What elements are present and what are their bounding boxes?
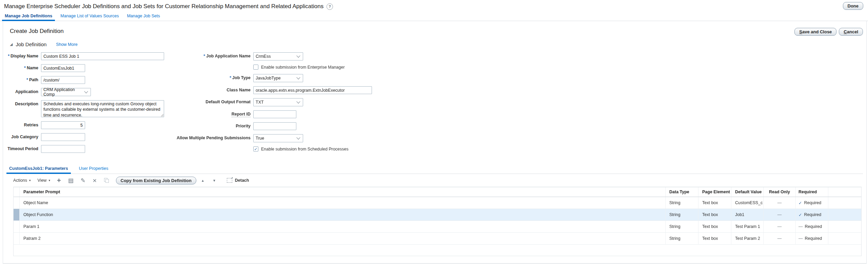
enable-enterprise-manager-checkbox[interactable] (253, 65, 258, 70)
move-up-icon[interactable]: ▲ (201, 179, 204, 182)
done-button[interactable]: Done (843, 2, 864, 10)
cell-parameter-prompt: Param 1 (19, 221, 665, 232)
job-type-select[interactable]: JavaJobType (253, 74, 303, 82)
enable-scheduled-processes-label: Enable submission from Scheduled Process… (261, 147, 349, 152)
table-row[interactable]: Param 1 String Text box Test Param 1 — —… (14, 221, 861, 233)
enable-scheduled-processes-checkbox[interactable]: ✓ (253, 146, 258, 152)
column-header-required[interactable]: Required (795, 187, 828, 197)
table-row[interactable]: Object Name String Text box CustomESS_c … (14, 197, 861, 209)
column-header-page-element[interactable]: Page Element (698, 187, 731, 197)
default-output-format-select-value: TXT (256, 100, 264, 105)
cell-page-element: Text box (698, 197, 731, 209)
move-down-icon[interactable]: ▼ (213, 179, 216, 182)
table-row[interactable]: Patram 2 String Text box Test Param 2 — … (14, 233, 861, 245)
cell-default-value: Test Param 2 (731, 233, 763, 244)
tab-manage-job-sets[interactable]: Manage Job Sets (125, 13, 161, 21)
required-text: Required (805, 224, 822, 229)
cell-read-only: — (763, 197, 795, 209)
chevron-down-icon (296, 75, 300, 79)
region-header: Create Job Definition Save and Close Can… (3, 21, 866, 36)
cell-page-element: Text box (698, 233, 731, 244)
column-header-read-only[interactable]: Read Only (763, 187, 795, 197)
report-id-label: Report ID (165, 110, 251, 117)
retries-field[interactable] (41, 121, 85, 129)
cell-data-type: String (665, 209, 698, 220)
cell-required: — Required (795, 233, 828, 244)
help-icon[interactable]: ? (327, 3, 333, 10)
path-field[interactable] (41, 76, 85, 84)
chevron-down-icon (296, 100, 300, 103)
display-name-field[interactable] (41, 52, 164, 60)
chevron-down-icon (296, 54, 300, 57)
job-category-label: Job Category (3, 133, 38, 139)
cell-data-type: String (665, 233, 698, 244)
tab-parameters[interactable]: CustomEssJob1: Parameters (6, 165, 71, 174)
default-output-format-select[interactable]: TXT (253, 98, 303, 106)
tab-manage-job-definitions[interactable]: Manage Job Definitions (3, 13, 54, 21)
view-menu[interactable]: View ▾ (38, 178, 50, 183)
cell-required: — Required (795, 221, 828, 232)
priority-field[interactable] (253, 122, 296, 130)
detach-icon (227, 178, 232, 183)
name-field[interactable] (41, 64, 85, 72)
cell-default-value: CustomESS_c (731, 197, 763, 209)
form-column-right: *Job Application Name CrmEss Enable subm… (165, 52, 372, 157)
description-field[interactable]: Schedules and executes long-running cust… (41, 100, 164, 117)
report-id-field[interactable] (253, 110, 296, 118)
detach-button[interactable]: Detach (227, 178, 249, 183)
tab-user-properties[interactable]: User Properties (76, 165, 111, 174)
column-header-parameter-prompt[interactable]: Parameter Prompt (19, 187, 665, 197)
edit-icon[interactable]: ✎ (81, 178, 85, 183)
cell-default-value: Job1 (731, 209, 763, 220)
copy-from-existing-job-definition-button[interactable]: Copy from Existing Job Definition (116, 177, 196, 184)
title-bar: Manage Enterprise Scheduler Job Definiti… (0, 0, 868, 12)
region-title: Create Job Definition (10, 28, 64, 35)
timeout-period-field[interactable] (41, 145, 85, 153)
menu-caret-icon: ▾ (48, 179, 50, 182)
page-title: Manage Enterprise Scheduler Job Definiti… (4, 3, 333, 10)
class-name-field[interactable] (253, 86, 372, 94)
allow-multiple-pending-submissions-select-value: True (256, 136, 264, 141)
cell-page-element: Text box (698, 209, 731, 220)
cell-default-value: Test Param 1 (731, 221, 763, 232)
priority-label: Priority (165, 122, 251, 128)
cell-parameter-prompt: Patram 2 (19, 233, 665, 244)
chevron-down-icon (84, 89, 88, 93)
required-text: Required (805, 236, 822, 241)
save-and-close-button[interactable]: Save and Close (794, 28, 836, 36)
job-type-select-value: JavaJobType (256, 76, 281, 81)
cancel-button[interactable]: Cancel (839, 28, 863, 36)
allow-multiple-pending-submissions-select[interactable]: True (253, 134, 303, 142)
retries-label: Retries (3, 121, 38, 127)
form-column-left: *Display Name *Name *Path Application CR… (3, 52, 165, 157)
main-tab-bar: Manage Job Definitions Manage List of Va… (0, 13, 868, 21)
disclosure-triangle-icon[interactable]: ◢ (10, 42, 13, 46)
column-header-filler (828, 187, 861, 197)
path-label: *Path (3, 76, 38, 82)
region-buttons: Save and Close Cancel (794, 28, 863, 36)
table-row[interactable]: Object Function String Text box Job1 — ✓… (14, 209, 861, 221)
required-mark: — (798, 236, 803, 241)
class-name-label: Class Name (165, 86, 251, 92)
show-more-link[interactable]: Show More (56, 42, 77, 47)
parameters-toolbar: Actions ▾ View ▾ + ▤ ✎ ✕ Copy from Exist… (13, 174, 866, 187)
required-mark: ✓ (798, 200, 802, 206)
chevron-down-icon (296, 136, 300, 139)
required-mark: ✓ (798, 212, 802, 217)
actions-menu[interactable]: Actions ▾ (13, 178, 31, 183)
cell-required: ✓ Required (795, 209, 828, 220)
row-gutter (14, 197, 19, 209)
cell-page-element: Text box (698, 221, 731, 232)
tab-manage-list-of-values-sources[interactable]: Manage List of Values Sources (59, 13, 120, 21)
add-icon[interactable]: + (57, 177, 61, 184)
application-select[interactable]: CRM Application Comp (41, 88, 91, 96)
details-icon[interactable]: ▤ (68, 178, 74, 183)
delete-icon[interactable]: ✕ (93, 178, 97, 183)
job-application-name-select[interactable]: CrmEss (253, 52, 303, 60)
row-gutter (14, 221, 19, 232)
column-header-default-value[interactable]: Default Value (731, 187, 763, 197)
column-header-data-type[interactable]: Data Type (665, 187, 698, 197)
timeout-period-label: Timeout Period (3, 145, 38, 151)
job-category-field[interactable] (41, 133, 85, 141)
required-asterisk: * (8, 54, 9, 58)
